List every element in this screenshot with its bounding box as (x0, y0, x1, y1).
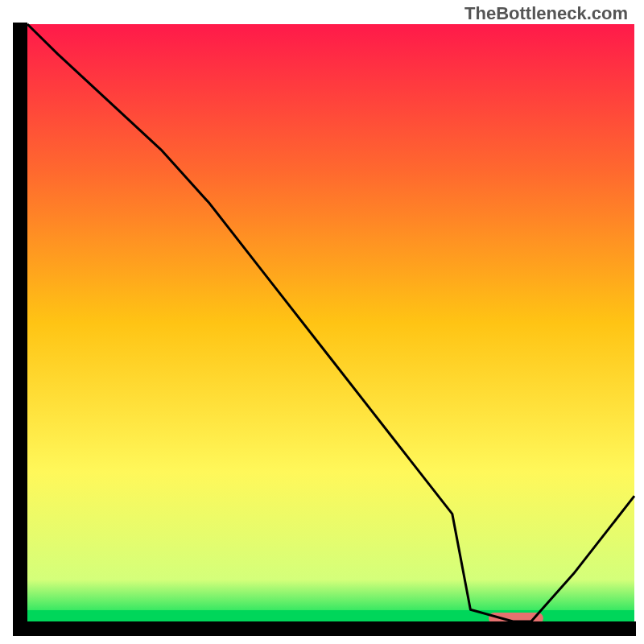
bottleneck-chart (0, 0, 644, 644)
green-band (27, 610, 634, 621)
watermark-text: TheBottleneck.com (464, 3, 628, 24)
gradient-background (27, 24, 634, 621)
